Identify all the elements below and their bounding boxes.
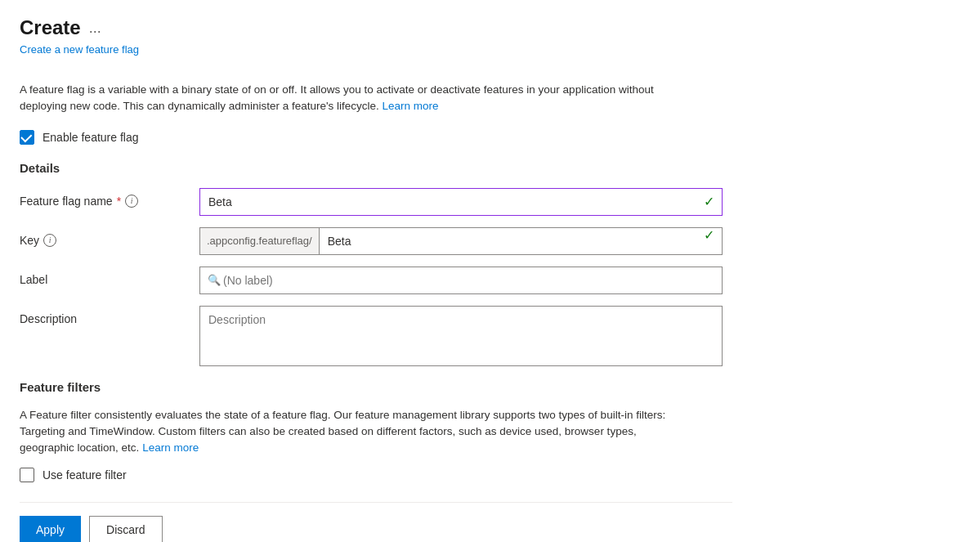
learn-more-link[interactable]: Learn more [383,100,439,112]
key-prefix: .appconfig.featureflag/ [199,227,319,255]
use-feature-filter-checkbox[interactable] [20,468,34,482]
key-label: Key i [20,227,199,247]
feature-flag-name-label: Feature flag name * i [20,188,199,208]
use-feature-filter-label: Use feature filter [43,468,127,482]
feature-filters-learn-more-link[interactable]: Learn more [142,441,199,454]
feature-flag-name-checkmark: ✓ [704,194,714,209]
label-input[interactable] [199,267,723,294]
page-title-ellipsis[interactable]: ... [89,20,101,37]
action-row: Apply Discard [20,516,732,542]
key-checkmark: ✓ [704,227,714,243]
label-label: Label [20,267,199,286]
key-info-icon[interactable]: i [43,234,56,247]
page-title: Create [20,16,81,39]
description-input[interactable] [199,306,723,366]
discard-button[interactable]: Discard [89,516,162,542]
enable-feature-flag-checkbox[interactable] [20,130,34,145]
description-text: A feature flag is a variable with a bina… [20,82,690,115]
label-search-icon: 🔍 [208,274,221,286]
enable-feature-flag-label: Enable feature flag [43,131,139,144]
details-heading: Details [20,161,732,175]
apply-button[interactable]: Apply [20,516,81,542]
feature-flag-name-input[interactable] [199,188,723,216]
description-label: Description [20,306,199,325]
bottom-divider [20,502,732,503]
breadcrumb-link[interactable]: Create a new feature flag [20,43,139,56]
feature-filters-description: A Feature filter consistently evaluates … [20,407,690,457]
required-star: * [117,195,121,208]
key-input[interactable] [319,227,723,255]
feature-flag-name-info-icon[interactable]: i [125,195,138,208]
feature-filters-heading: Feature filters [20,380,732,394]
